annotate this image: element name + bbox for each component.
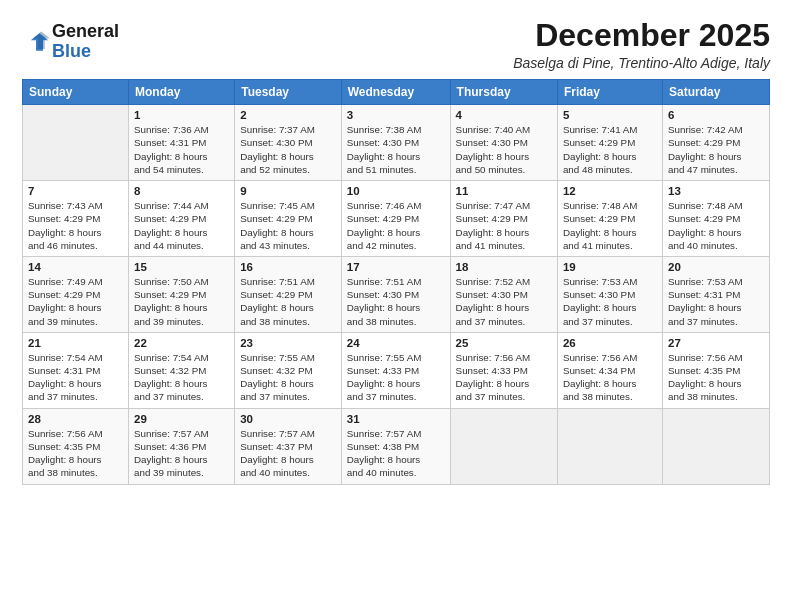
day-number: 26 — [563, 337, 657, 349]
day-info: Sunrise: 7:43 AMSunset: 4:29 PMDaylight:… — [28, 199, 123, 252]
day-info: Sunrise: 7:38 AMSunset: 4:30 PMDaylight:… — [347, 123, 445, 176]
title-block: December 2025 Baselga di Pine, Trentino-… — [513, 18, 770, 71]
calendar-cell: 16Sunrise: 7:51 AMSunset: 4:29 PMDayligh… — [235, 256, 342, 332]
day-number: 31 — [347, 413, 445, 425]
calendar-cell: 7Sunrise: 7:43 AMSunset: 4:29 PMDaylight… — [23, 181, 129, 257]
calendar-week-2: 7Sunrise: 7:43 AMSunset: 4:29 PMDaylight… — [23, 181, 770, 257]
day-number: 3 — [347, 109, 445, 121]
day-number: 16 — [240, 261, 336, 273]
day-number: 5 — [563, 109, 657, 121]
day-info: Sunrise: 7:44 AMSunset: 4:29 PMDaylight:… — [134, 199, 229, 252]
day-number: 17 — [347, 261, 445, 273]
day-number: 12 — [563, 185, 657, 197]
calendar-cell: 5Sunrise: 7:41 AMSunset: 4:29 PMDaylight… — [557, 105, 662, 181]
day-number: 22 — [134, 337, 229, 349]
calendar-cell: 30Sunrise: 7:57 AMSunset: 4:37 PMDayligh… — [235, 408, 342, 484]
day-number: 11 — [456, 185, 552, 197]
calendar-cell: 11Sunrise: 7:47 AMSunset: 4:29 PMDayligh… — [450, 181, 557, 257]
day-info: Sunrise: 7:56 AMSunset: 4:34 PMDaylight:… — [563, 351, 657, 404]
logo-text: General Blue — [52, 22, 119, 62]
calendar-cell: 21Sunrise: 7:54 AMSunset: 4:31 PMDayligh… — [23, 332, 129, 408]
day-info: Sunrise: 7:47 AMSunset: 4:29 PMDaylight:… — [456, 199, 552, 252]
day-number: 30 — [240, 413, 336, 425]
header-saturday: Saturday — [662, 80, 769, 105]
calendar-cell: 15Sunrise: 7:50 AMSunset: 4:29 PMDayligh… — [128, 256, 234, 332]
calendar-cell: 22Sunrise: 7:54 AMSunset: 4:32 PMDayligh… — [128, 332, 234, 408]
day-info: Sunrise: 7:37 AMSunset: 4:30 PMDaylight:… — [240, 123, 336, 176]
calendar-cell: 29Sunrise: 7:57 AMSunset: 4:36 PMDayligh… — [128, 408, 234, 484]
day-number: 23 — [240, 337, 336, 349]
calendar-cell: 25Sunrise: 7:56 AMSunset: 4:33 PMDayligh… — [450, 332, 557, 408]
calendar-week-1: 1Sunrise: 7:36 AMSunset: 4:31 PMDaylight… — [23, 105, 770, 181]
day-info: Sunrise: 7:42 AMSunset: 4:29 PMDaylight:… — [668, 123, 764, 176]
calendar-cell: 1Sunrise: 7:36 AMSunset: 4:31 PMDaylight… — [128, 105, 234, 181]
day-info: Sunrise: 7:49 AMSunset: 4:29 PMDaylight:… — [28, 275, 123, 328]
calendar-week-3: 14Sunrise: 7:49 AMSunset: 4:29 PMDayligh… — [23, 256, 770, 332]
calendar-week-5: 28Sunrise: 7:56 AMSunset: 4:35 PMDayligh… — [23, 408, 770, 484]
calendar-cell — [23, 105, 129, 181]
calendar-cell: 20Sunrise: 7:53 AMSunset: 4:31 PMDayligh… — [662, 256, 769, 332]
header-sunday: Sunday — [23, 80, 129, 105]
calendar-cell — [557, 408, 662, 484]
day-info: Sunrise: 7:36 AMSunset: 4:31 PMDaylight:… — [134, 123, 229, 176]
subtitle: Baselga di Pine, Trentino-Alto Adige, It… — [513, 55, 770, 71]
header-thursday: Thursday — [450, 80, 557, 105]
day-number: 6 — [668, 109, 764, 121]
calendar-cell: 17Sunrise: 7:51 AMSunset: 4:30 PMDayligh… — [341, 256, 450, 332]
day-info: Sunrise: 7:56 AMSunset: 4:35 PMDaylight:… — [28, 427, 123, 480]
day-number: 20 — [668, 261, 764, 273]
calendar-cell: 19Sunrise: 7:53 AMSunset: 4:30 PMDayligh… — [557, 256, 662, 332]
day-number: 10 — [347, 185, 445, 197]
day-info: Sunrise: 7:51 AMSunset: 4:30 PMDaylight:… — [347, 275, 445, 328]
logo: General Blue — [22, 22, 119, 62]
month-title: December 2025 — [513, 18, 770, 53]
day-info: Sunrise: 7:48 AMSunset: 4:29 PMDaylight:… — [668, 199, 764, 252]
calendar-header-row: Sunday Monday Tuesday Wednesday Thursday… — [23, 80, 770, 105]
day-number: 1 — [134, 109, 229, 121]
calendar-cell: 4Sunrise: 7:40 AMSunset: 4:30 PMDaylight… — [450, 105, 557, 181]
day-number: 4 — [456, 109, 552, 121]
calendar-cell — [662, 408, 769, 484]
day-number: 13 — [668, 185, 764, 197]
day-info: Sunrise: 7:52 AMSunset: 4:30 PMDaylight:… — [456, 275, 552, 328]
day-info: Sunrise: 7:50 AMSunset: 4:29 PMDaylight:… — [134, 275, 229, 328]
day-number: 24 — [347, 337, 445, 349]
day-number: 7 — [28, 185, 123, 197]
calendar-cell: 13Sunrise: 7:48 AMSunset: 4:29 PMDayligh… — [662, 181, 769, 257]
calendar-cell: 24Sunrise: 7:55 AMSunset: 4:33 PMDayligh… — [341, 332, 450, 408]
calendar-cell: 3Sunrise: 7:38 AMSunset: 4:30 PMDaylight… — [341, 105, 450, 181]
day-info: Sunrise: 7:40 AMSunset: 4:30 PMDaylight:… — [456, 123, 552, 176]
calendar-cell: 9Sunrise: 7:45 AMSunset: 4:29 PMDaylight… — [235, 181, 342, 257]
day-number: 28 — [28, 413, 123, 425]
day-info: Sunrise: 7:53 AMSunset: 4:31 PMDaylight:… — [668, 275, 764, 328]
day-info: Sunrise: 7:56 AMSunset: 4:35 PMDaylight:… — [668, 351, 764, 404]
calendar-cell: 6Sunrise: 7:42 AMSunset: 4:29 PMDaylight… — [662, 105, 769, 181]
day-info: Sunrise: 7:51 AMSunset: 4:29 PMDaylight:… — [240, 275, 336, 328]
header-monday: Monday — [128, 80, 234, 105]
header-tuesday: Tuesday — [235, 80, 342, 105]
calendar-cell: 8Sunrise: 7:44 AMSunset: 4:29 PMDaylight… — [128, 181, 234, 257]
logo-line2: Blue — [52, 41, 91, 61]
calendar-cell: 23Sunrise: 7:55 AMSunset: 4:32 PMDayligh… — [235, 332, 342, 408]
day-number: 21 — [28, 337, 123, 349]
day-number: 25 — [456, 337, 552, 349]
day-info: Sunrise: 7:46 AMSunset: 4:29 PMDaylight:… — [347, 199, 445, 252]
logo-line1: General — [52, 21, 119, 41]
day-info: Sunrise: 7:57 AMSunset: 4:36 PMDaylight:… — [134, 427, 229, 480]
day-number: 27 — [668, 337, 764, 349]
day-info: Sunrise: 7:48 AMSunset: 4:29 PMDaylight:… — [563, 199, 657, 252]
day-info: Sunrise: 7:54 AMSunset: 4:32 PMDaylight:… — [134, 351, 229, 404]
day-number: 29 — [134, 413, 229, 425]
calendar-cell: 28Sunrise: 7:56 AMSunset: 4:35 PMDayligh… — [23, 408, 129, 484]
day-info: Sunrise: 7:55 AMSunset: 4:32 PMDaylight:… — [240, 351, 336, 404]
calendar-week-4: 21Sunrise: 7:54 AMSunset: 4:31 PMDayligh… — [23, 332, 770, 408]
day-number: 8 — [134, 185, 229, 197]
calendar-cell: 12Sunrise: 7:48 AMSunset: 4:29 PMDayligh… — [557, 181, 662, 257]
day-info: Sunrise: 7:56 AMSunset: 4:33 PMDaylight:… — [456, 351, 552, 404]
day-info: Sunrise: 7:41 AMSunset: 4:29 PMDaylight:… — [563, 123, 657, 176]
calendar-cell: 18Sunrise: 7:52 AMSunset: 4:30 PMDayligh… — [450, 256, 557, 332]
day-number: 14 — [28, 261, 123, 273]
calendar-cell: 31Sunrise: 7:57 AMSunset: 4:38 PMDayligh… — [341, 408, 450, 484]
day-info: Sunrise: 7:57 AMSunset: 4:37 PMDaylight:… — [240, 427, 336, 480]
header-friday: Friday — [557, 80, 662, 105]
